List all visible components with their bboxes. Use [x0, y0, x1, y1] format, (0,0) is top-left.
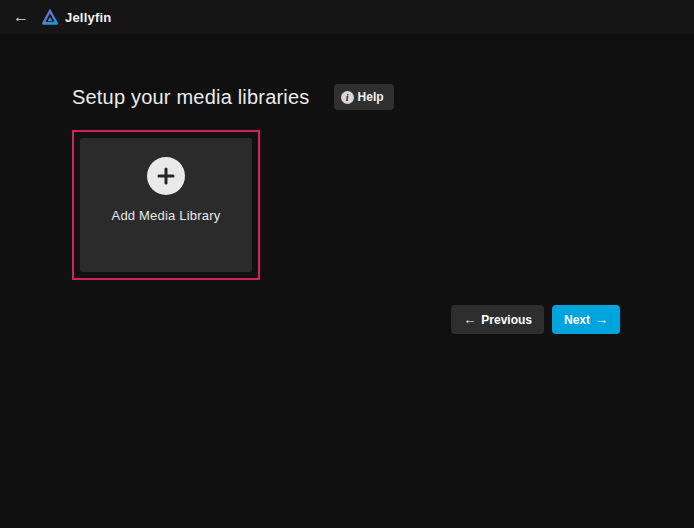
arrow-right-icon: → — [595, 313, 608, 326]
previous-button-label: Previous — [481, 313, 532, 327]
help-button-label: Help — [358, 90, 384, 104]
next-button-label: Next — [564, 313, 590, 327]
previous-button[interactable]: ← Previous — [451, 305, 544, 334]
add-plus-icon — [147, 157, 185, 195]
top-bar: ← Jellyfin — [0, 0, 694, 34]
next-button[interactable]: Next → — [552, 305, 620, 334]
info-icon: i — [341, 91, 354, 104]
arrow-left-icon: ← — [463, 313, 476, 326]
wizard-nav-row: ← Previous Next → — [72, 305, 620, 334]
title-row: Setup your media libraries i Help — [72, 84, 620, 110]
jellyfin-logo-icon — [40, 7, 60, 27]
add-library-label: Add Media Library — [112, 208, 221, 223]
add-library-card[interactable]: Add Media Library — [72, 130, 260, 280]
back-arrow-icon: ← — [13, 9, 29, 25]
page-title: Setup your media libraries — [72, 86, 310, 109]
back-button[interactable]: ← — [8, 4, 34, 30]
help-button[interactable]: i Help — [334, 84, 394, 110]
add-library-card-body: Add Media Library — [80, 138, 252, 272]
wizard-page: Setup your media libraries i Help Add Me… — [0, 84, 694, 334]
library-cards-row: Add Media Library — [72, 130, 620, 280]
app-name: Jellyfin — [65, 10, 111, 25]
